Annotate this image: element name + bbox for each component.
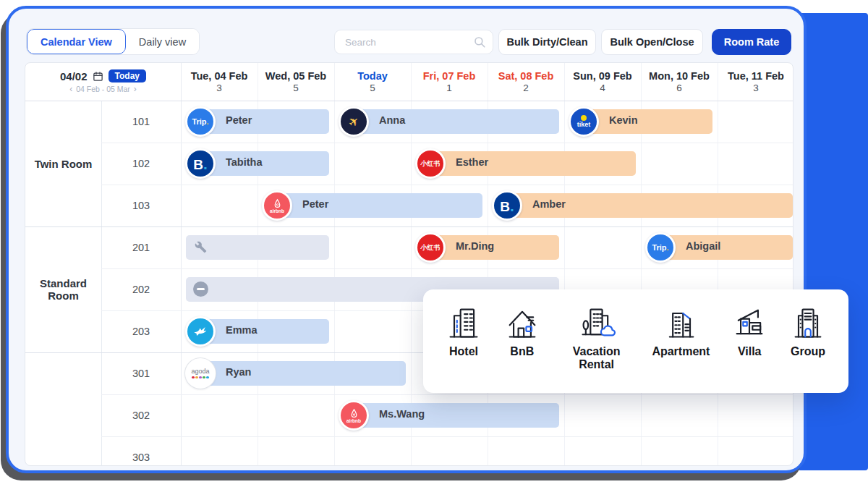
room-number-cell: 303 bbox=[101, 436, 181, 466]
wrench-icon bbox=[195, 241, 207, 253]
tab-calendar-view[interactable]: Calendar View bbox=[27, 29, 126, 54]
search-icon bbox=[473, 35, 486, 48]
minus-icon bbox=[193, 281, 208, 297]
row-line bbox=[101, 394, 793, 395]
guest-name: Ryan bbox=[226, 366, 251, 378]
date-label: Today bbox=[357, 70, 388, 82]
vacation-rental-icon bbox=[578, 304, 616, 342]
property-type-item-bnb[interactable]: BnB bbox=[503, 304, 541, 393]
date-label: Tue, 11 Feb bbox=[728, 70, 784, 82]
date-booking-count: 5 bbox=[370, 82, 375, 93]
airbnb-icon: airbnb bbox=[339, 400, 369, 431]
trip-icon: Trip. bbox=[185, 106, 216, 137]
xiaohongshu-icon: 小红书 bbox=[415, 232, 446, 263]
traveloka-bird bbox=[192, 323, 208, 339]
date-booking-count: 2 bbox=[523, 82, 529, 93]
date-booking-count: 4 bbox=[600, 82, 605, 93]
date-label: Sun, 09 Feb bbox=[573, 70, 631, 82]
apartment-icon bbox=[662, 304, 699, 342]
tab-daily-view[interactable]: Daily view bbox=[126, 29, 199, 54]
date-booking-count: 5 bbox=[293, 82, 299, 93]
guest-name: Emma bbox=[226, 324, 258, 336]
property-type-popup: HotelBnBVacation RentalApartmentVillaGro… bbox=[423, 289, 848, 393]
tiket-icon: tiket bbox=[569, 106, 599, 137]
bulk-open-close-button[interactable]: Bulk Open/Close bbox=[601, 29, 703, 55]
booking-bar[interactable]: Ms.Wang bbox=[344, 403, 559, 428]
booking-bar[interactable]: Esther bbox=[421, 151, 636, 176]
today-badge[interactable]: Today bbox=[109, 69, 146, 82]
date-column-header[interactable]: Wed, 05 Feb5 bbox=[258, 63, 334, 101]
booking-icon: B. bbox=[492, 190, 522, 221]
date-column-header[interactable]: Sat, 08 Feb2 bbox=[488, 63, 564, 101]
room-number-cell: 203 bbox=[101, 310, 181, 352]
guest-name: Anna bbox=[379, 114, 405, 126]
villa-icon bbox=[731, 304, 768, 342]
date-column-header[interactable]: Mon, 10 Feb6 bbox=[641, 63, 718, 101]
guest-name: Peter bbox=[302, 198, 328, 210]
traveloka-icon bbox=[185, 316, 216, 347]
date-label: Tue, 04 Feb bbox=[191, 70, 248, 82]
room-rate-button[interactable]: Room Rate bbox=[712, 29, 791, 55]
property-type-label: Group bbox=[791, 345, 825, 358]
date-range: 04 Feb - 05 Mar bbox=[76, 85, 130, 93]
date-label: Sat, 08 Feb bbox=[498, 70, 554, 82]
column-line bbox=[564, 63, 565, 465]
calendar-icon[interactable] bbox=[93, 71, 103, 82]
room-number-cell: 301 bbox=[101, 352, 181, 394]
guest-name: Tabitha bbox=[226, 156, 262, 168]
next-range-chevron[interactable]: › bbox=[134, 84, 137, 94]
trip-icon: Trip. bbox=[645, 232, 676, 263]
date-column-header[interactable]: Tue, 11 Feb3 bbox=[718, 63, 793, 101]
room-number-cell: 202 bbox=[101, 268, 181, 310]
guest-name: Peter bbox=[226, 114, 252, 126]
room-group-label bbox=[25, 352, 101, 466]
property-type-label: Apartment bbox=[652, 345, 710, 358]
row-line bbox=[101, 185, 793, 185]
date-booking-count: 3 bbox=[753, 82, 759, 93]
bulk-dirty-clean-button[interactable]: Bulk Dirty/Clean bbox=[498, 29, 596, 55]
date-column-header[interactable]: Tue, 04 Feb3 bbox=[181, 63, 258, 101]
expedia-icon: ✈ bbox=[339, 106, 369, 137]
current-date: 04/02 bbox=[60, 70, 88, 82]
room-group-label: Standard Room bbox=[25, 226, 101, 352]
page: Calendar View Daily view Bulk Dirty/Clea… bbox=[0, 0, 868, 487]
guest-name: Esther bbox=[456, 156, 488, 168]
property-type-item-apartment[interactable]: Apartment bbox=[652, 304, 710, 393]
room-group-label: Twin Room bbox=[25, 101, 101, 226]
booking-icon: B. bbox=[185, 148, 216, 179]
row-line bbox=[101, 143, 793, 143]
room-number-cell: 302 bbox=[101, 394, 181, 436]
search-input[interactable] bbox=[334, 30, 493, 54]
date-booking-count: 6 bbox=[676, 82, 682, 93]
date-column-header[interactable]: Sun, 09 Feb4 bbox=[564, 63, 641, 101]
prev-range-chevron[interactable]: ‹ bbox=[69, 84, 72, 94]
property-type-label: Villa bbox=[738, 345, 762, 358]
date-booking-count: 3 bbox=[216, 82, 222, 93]
booking-bar[interactable]: Ryan bbox=[191, 361, 406, 386]
room-number-cell: 201 bbox=[101, 226, 181, 268]
guest-name: Kevin bbox=[609, 114, 638, 126]
booking-bar[interactable]: Amber bbox=[498, 193, 793, 218]
column-line bbox=[718, 63, 718, 465]
calendar-grid: 04/02 Today ‹ 04 Feb - 05 Mar › Tue, 04 … bbox=[25, 62, 793, 466]
date-column-header[interactable]: Today5 bbox=[334, 63, 411, 101]
property-type-item-group[interactable]: Group bbox=[789, 304, 827, 393]
property-type-item-villa[interactable]: Villa bbox=[731, 304, 768, 393]
date-booking-count: 1 bbox=[446, 82, 452, 93]
guest-name: Amber bbox=[532, 198, 566, 210]
room-number-cell: 102 bbox=[101, 143, 181, 185]
row-line bbox=[101, 268, 793, 269]
row-line bbox=[101, 436, 793, 437]
view-switcher: Calendar View Daily view bbox=[26, 28, 200, 55]
property-type-item-vacation-rental[interactable]: Vacation Rental bbox=[562, 304, 631, 393]
booking-bar[interactable]: Anna bbox=[344, 109, 559, 134]
column-line bbox=[334, 63, 335, 465]
property-type-label: BnB bbox=[510, 345, 534, 358]
app-card: Calendar View Daily view Bulk Dirty/Clea… bbox=[6, 6, 807, 473]
property-type-item-hotel[interactable]: Hotel bbox=[445, 304, 482, 393]
search-box bbox=[334, 30, 493, 54]
maintenance-bar[interactable] bbox=[186, 235, 329, 260]
date-column-header[interactable]: Fri, 07 Feb1 bbox=[411, 63, 488, 101]
agoda-icon: agoda bbox=[185, 358, 216, 389]
booking-bar[interactable]: Peter bbox=[268, 193, 482, 218]
